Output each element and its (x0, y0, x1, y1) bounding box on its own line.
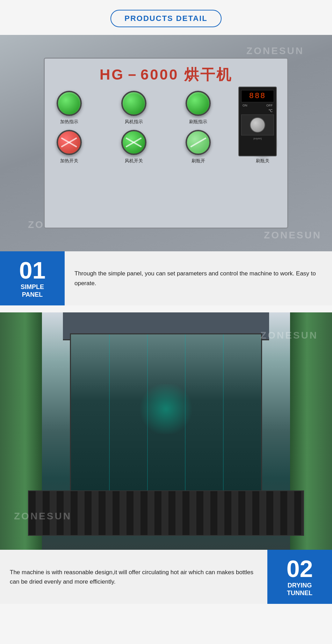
switch-group-3: 刷瓶开 (186, 130, 211, 164)
feature-box-2: The machine is with reasonable design,it… (0, 550, 332, 604)
brush-indicator-label: 刷瓶指示 (189, 119, 207, 125)
feature-2-description: The machine is with reasonable design,it… (0, 550, 267, 604)
brush-off-switch-label: 刷瓶关 (256, 158, 269, 164)
indicator-group-3: 刷瓶指示 (186, 91, 211, 125)
tunnel-inside (70, 333, 262, 501)
thermostat-on-off: ON OFF (241, 104, 274, 107)
heat-indicator-label: 加热指示 (60, 119, 78, 125)
watermark-3: ZONESUN (246, 45, 304, 57)
thermostat-display: 888 (241, 90, 274, 102)
heat-switch-label: 加热开关 (60, 158, 78, 164)
control-panel: HG－6000 烘干机 加热指示 风机指示 刷瓶指示 电源指示 (44, 58, 288, 229)
feature-2-number: 02 (287, 557, 313, 580)
tunnel-glow-effect (137, 384, 194, 434)
thermostat: 888 ON OFF ℃ puyanj (238, 87, 277, 156)
fan-switch-label: 风机开关 (125, 158, 143, 164)
tunnel-photo: ZONESUN ZONESUN (0, 312, 332, 550)
feature-1-number-box: 01 SIMPLEPANEL (0, 251, 65, 305)
tunnel-perspective: ZONESUN ZONESUN (0, 312, 332, 550)
feature-2-title: DRYINGTUNNEL (287, 582, 312, 597)
header: PRODUCTS DETAIL (0, 0, 332, 35)
feature-1-title: SIMPLEPANEL (21, 283, 44, 298)
thermostat-knob[interactable] (250, 117, 265, 133)
feature-2-number-box: 02 DRYINGTUNNEL (267, 550, 332, 604)
section2-tunnel-image: ZONESUN ZONESUN The machine is with reas… (0, 312, 332, 604)
products-detail-button: PRODUCTS DETAIL (110, 10, 221, 27)
fan-indicator-light (121, 91, 146, 116)
switch-group-1: 加热开关 (57, 130, 82, 164)
indicator-group-2: 风机指示 (121, 91, 146, 125)
conveyor-belt (28, 490, 304, 536)
feature-1-number: 01 (19, 258, 46, 282)
feature-box-1: 01 SIMPLEPANEL Through the simple panel,… (0, 251, 332, 305)
panel-title: HG－6000 烘干机 (100, 65, 232, 84)
thermostat-scale (241, 114, 274, 135)
heat-indicator-light (57, 91, 82, 116)
indicator-group-1: 加热指示 (57, 91, 82, 125)
panel-photo: ZONESUN ZONESUN ZONESUN HG－6000 烘干机 加热指示… (0, 35, 332, 251)
thermostat-brand: puyanj (253, 137, 262, 140)
thermostat-unit: ℃ (268, 109, 274, 113)
fan-indicator-label: 风机指示 (125, 119, 143, 125)
heat-switch[interactable] (57, 130, 82, 155)
thermostat-on-label: ON (243, 104, 247, 107)
brush-indicator-light (186, 91, 211, 116)
brush-on-switch-label: 刷瓶开 (192, 158, 205, 164)
feature-1-description: Through the simple panel, you can set pa… (65, 251, 332, 305)
thermostat-off-label: OFF (266, 104, 273, 107)
switch-group-2: 风机开关 (121, 130, 146, 164)
brush-on-switch[interactable] (186, 130, 211, 155)
watermark-2: ZONESUN (264, 230, 322, 241)
section1-panel-image: ZONESUN ZONESUN ZONESUN HG－6000 烘干机 加热指示… (0, 35, 332, 305)
fan-switch[interactable] (121, 130, 146, 155)
